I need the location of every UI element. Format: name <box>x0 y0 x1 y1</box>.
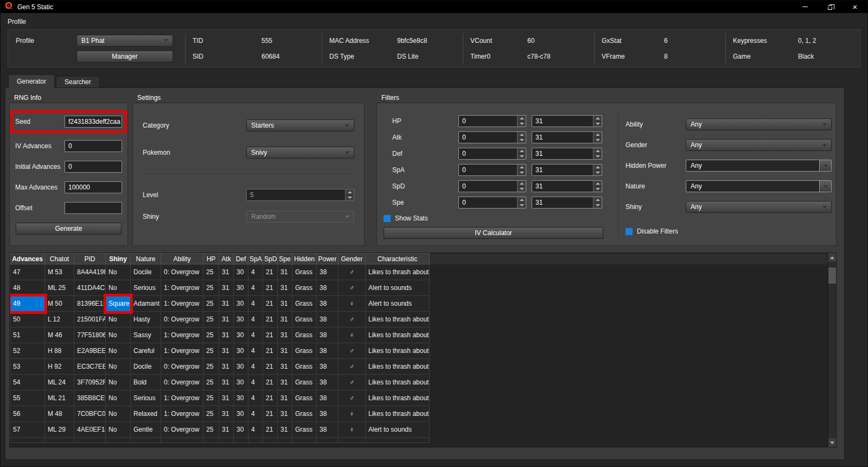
arrow-down-icon[interactable] <box>346 195 354 201</box>
spinner-buttons[interactable] <box>517 197 526 208</box>
table-cell[interactable]: 0: Overgrow <box>161 375 203 390</box>
arrow-down-icon[interactable] <box>593 171 602 176</box>
manager-button[interactable]: Manager <box>76 51 173 62</box>
arrow-down-icon[interactable] <box>518 187 526 192</box>
table-cell[interactable]: 1: Overgrow <box>161 280 203 296</box>
table-row[interactable]: 57ML 294AE0EF14NoGentle0: Overgrow253130… <box>10 422 828 438</box>
iv-max-spinbox[interactable]: 31 <box>532 164 602 176</box>
ability-filter-dropdown[interactable]: Any <box>686 118 832 130</box>
table-cell[interactable]: 385B8CE9 <box>74 390 106 406</box>
table-cell[interactable]: 31 <box>278 296 292 312</box>
table-cell[interactable]: 25 <box>203 375 219 390</box>
table-cell[interactable]: E2A9BEE8 <box>74 343 106 359</box>
table-cell[interactable]: 30 <box>234 343 248 359</box>
arrow-up-icon[interactable] <box>593 197 602 203</box>
spinner-buttons[interactable] <box>593 181 602 192</box>
table-cell[interactable]: M 50 <box>45 296 74 312</box>
table-cell[interactable]: 31 <box>278 422 292 438</box>
table-cell[interactable]: 38 <box>317 312 339 327</box>
table-cell[interactable]: H 88 <box>45 343 74 359</box>
arrow-down-icon[interactable] <box>518 138 526 143</box>
table-cell[interactable]: Grass <box>292 264 317 280</box>
profile-dropdown[interactable]: B1 Phat <box>76 35 173 47</box>
table-cell[interactable]: 4 <box>248 312 263 327</box>
female-icon[interactable]: ♀ <box>339 422 366 438</box>
table-cell[interactable]: 21 <box>263 359 278 375</box>
spinner-buttons[interactable] <box>517 148 526 159</box>
table-cell[interactable]: 4 <box>248 264 263 280</box>
table-cell[interactable]: 0: Overgrow <box>161 312 203 327</box>
table-cell[interactable]: 31 <box>219 406 234 422</box>
column-header-pid[interactable]: PID <box>74 254 106 264</box>
table-cell[interactable]: 25 <box>203 390 219 406</box>
tab-searcher[interactable]: Searcher <box>56 76 100 87</box>
scroll-down-button[interactable] <box>828 438 836 447</box>
table-row[interactable]: 48ML 25411DA4C8NoSerious1: Overgrow25313… <box>10 280 828 296</box>
table-cell[interactable]: No <box>106 343 131 359</box>
table-cell[interactable]: 38 <box>317 343 339 359</box>
arrow-up-icon[interactable] <box>593 132 602 138</box>
arrow-up-icon[interactable] <box>346 190 354 195</box>
table-cell[interactable]: 51 <box>10 327 45 343</box>
table-cell[interactable]: Likes to thrash about <box>366 406 430 422</box>
column-header-power[interactable]: Power <box>317 254 339 264</box>
table-row[interactable]: 50L 12215001FANoHasty0: Overgrow25313042… <box>10 312 828 327</box>
column-header-characteristic[interactable]: Characteristic <box>366 254 430 264</box>
table-cell[interactable]: 30 <box>234 296 248 312</box>
table-cell[interactable]: Likes to thrash about <box>366 327 430 343</box>
table-cell[interactable]: 56 <box>10 406 45 422</box>
table-cell[interactable]: 38 <box>317 280 339 296</box>
table-cell[interactable]: ML 24 <box>45 375 74 390</box>
table-cell[interactable]: 38 <box>317 422 339 438</box>
arrow-down-icon[interactable] <box>593 122 602 127</box>
max-advances-input[interactable]: 100000 <box>65 181 122 193</box>
arrow-up-icon[interactable] <box>593 165 602 171</box>
disable-filters-checkbox[interactable] <box>626 228 633 235</box>
table-cell[interactable]: 0: Overgrow <box>161 264 203 280</box>
arrow-down-icon[interactable] <box>518 171 526 176</box>
table-cell[interactable]: 48 <box>10 280 45 296</box>
table-cell[interactable]: Grass <box>292 375 317 390</box>
table-cell[interactable]: 31 <box>278 280 292 296</box>
table-cell[interactable]: 21 <box>263 296 278 312</box>
arrow-down-icon[interactable] <box>518 122 526 127</box>
male-icon[interactable]: ♂ <box>339 280 366 296</box>
column-header-advances[interactable]: Advances <box>10 254 45 264</box>
table-cell[interactable]: 81396E1E <box>74 296 106 312</box>
table-cell[interactable]: Grass <box>292 422 317 438</box>
table-cell[interactable]: 52 <box>10 343 45 359</box>
table-cell[interactable]: 31 <box>219 375 234 390</box>
iv-max-spinbox[interactable]: 31 <box>532 148 602 160</box>
arrow-up-icon[interactable] <box>518 181 526 187</box>
arrow-up-icon[interactable] <box>518 116 526 122</box>
table-cell[interactable]: 25 <box>203 359 219 375</box>
table-cell[interactable]: Alert to sounds <box>366 296 430 312</box>
table-cell[interactable]: Grass <box>292 312 317 327</box>
table-cell[interactable]: 25 <box>203 296 219 312</box>
iv-min-spinbox[interactable]: 0 <box>458 180 526 192</box>
table-cell[interactable]: 3F70952F <box>74 375 106 390</box>
table-cell[interactable]: Likes to thrash about <box>366 390 430 406</box>
table-cell[interactable]: 31 <box>219 264 234 280</box>
table-cell[interactable]: ML 29 <box>45 422 74 438</box>
table-cell[interactable]: 8A4A419F <box>74 264 106 280</box>
arrow-up-icon[interactable] <box>518 148 526 154</box>
table-cell[interactable]: No <box>106 280 131 296</box>
arrow-up-icon[interactable] <box>593 148 602 154</box>
table-cell[interactable]: 31 <box>278 375 292 390</box>
table-cell[interactable]: 31 <box>219 359 234 375</box>
table-cell[interactable]: 21 <box>263 406 278 422</box>
column-header-atk[interactable]: Atk <box>219 254 234 264</box>
table-cell[interactable]: 31 <box>278 359 292 375</box>
table-cell[interactable]: Alert to sounds <box>366 422 430 438</box>
table-cell[interactable]: 38 <box>317 264 339 280</box>
table-cell[interactable]: 31 <box>219 390 234 406</box>
table-cell[interactable]: 1: Overgrow <box>161 343 203 359</box>
table-cell[interactable]: Careful <box>131 343 161 359</box>
table-cell[interactable]: 4 <box>248 280 263 296</box>
spinner-buttons[interactable] <box>593 197 602 208</box>
arrow-up-icon[interactable] <box>518 197 526 203</box>
table-cell[interactable]: M 48 <box>45 406 74 422</box>
table-cell[interactable]: 31 <box>219 422 234 438</box>
table-cell[interactable]: Likes to thrash about <box>366 359 430 375</box>
